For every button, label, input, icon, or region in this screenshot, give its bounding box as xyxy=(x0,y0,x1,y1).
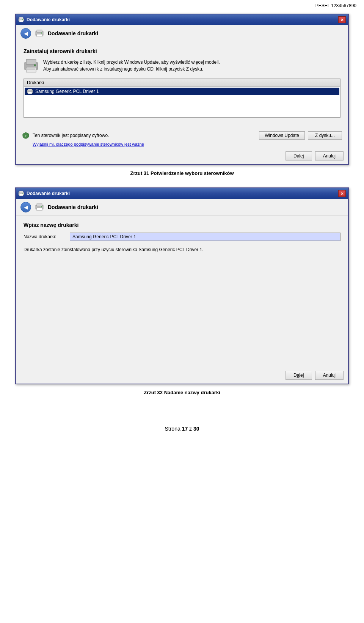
svg-rect-19 xyxy=(19,191,23,193)
shield-icon: ✓ xyxy=(22,132,30,139)
svg-text:✓: ✓ xyxy=(24,134,27,138)
dialog2-anuluj-button[interactable]: Anuluj xyxy=(315,371,344,380)
dialog2-titlebar-left: Dodawanie drukarki xyxy=(18,190,70,197)
dialog2-close-button[interactable]: ✕ xyxy=(338,190,346,197)
driver-link-text[interactable]: Wyjaśnij mi, dlaczego podpisywanie stero… xyxy=(33,142,144,146)
dialog2-footer: Dalej Anuluj xyxy=(16,368,348,384)
dialog1-description-text: Wybierz drukarkę z listy. Kliknij przyci… xyxy=(43,59,220,72)
signed-row: ✓ Ten sterownik jest podpisany cyfrowo. … xyxy=(22,131,342,140)
driver-item-icon xyxy=(27,89,33,94)
dialog2-info-text: Drukarka zostanie zainstalowana przy uży… xyxy=(24,246,340,253)
printer-icon-large xyxy=(24,59,39,72)
footer-separator: z xyxy=(188,426,193,432)
driver-list-header: Drukarki xyxy=(24,79,340,87)
page-footer: Strona 17 z 30 xyxy=(0,414,364,439)
dialog1-footer: Dalej Anuluj xyxy=(16,148,348,164)
dialog2-title-icon xyxy=(18,190,24,197)
dialog1-description-area: Wybierz drukarkę z listy. Kliknij przyci… xyxy=(24,59,340,72)
dialog1-anuluj-button[interactable]: Anuluj xyxy=(315,151,344,160)
printer-title-icon2 xyxy=(18,191,24,196)
svg-rect-16 xyxy=(28,92,32,94)
dialog2-window: Dodawanie drukarki ✕ ◀ Dodawanie drukark… xyxy=(15,187,349,384)
dialog1-section-title: Zainstaluj sterownik drukarki xyxy=(24,48,340,54)
dialog2-dalej-button[interactable]: Dalej xyxy=(286,371,312,380)
dialog1-subheader: ◀ Dodawanie drukarki xyxy=(16,25,348,42)
printer-name-row: Nazwa drukarki: xyxy=(24,233,340,241)
footer-current-page: 17 xyxy=(182,426,188,432)
dialog1-back-button[interactable]: ◀ xyxy=(20,28,31,39)
dialog1-dalej-label: Dalej xyxy=(293,153,304,159)
driver-list-body: Samsung Generic PCL Driver 1 xyxy=(24,87,340,117)
footer-total-pages: 30 xyxy=(193,426,199,432)
svg-point-25 xyxy=(41,206,42,208)
dialog2-title-text: Dodawanie drukarki xyxy=(27,191,70,196)
dialog1-subheader-icon xyxy=(35,30,44,37)
svg-rect-15 xyxy=(28,89,32,91)
dialog1-titlebar-left: Dodawanie drukarki xyxy=(18,17,70,23)
driver-list-item[interactable]: Samsung Generic PCL Driver 1 xyxy=(25,88,339,95)
svg-rect-6 xyxy=(37,34,42,37)
windows-update-button[interactable]: Windows Update xyxy=(259,131,305,140)
printer-title-icon xyxy=(18,17,24,22)
printer-name-label: Nazwa drukarki: xyxy=(24,234,65,239)
dialog1-titlebar: Dodawanie drukarki ✕ xyxy=(16,14,348,25)
dialog2-titlebar: Dodawanie drukarki ✕ xyxy=(16,188,348,199)
signed-text: Ten sterownik jest podpisany cyfrowo. xyxy=(33,133,109,138)
windows-update-label: Windows Update xyxy=(265,133,299,138)
signed-buttons: Windows Update Z dysku... xyxy=(259,131,342,140)
dialog1-title-text: Dodawanie drukarki xyxy=(27,17,70,22)
dialog1-subheader-title: Dodawanie drukarki xyxy=(48,30,98,36)
dialog1-window: Dodawanie drukarki ✕ ◀ Dodawanie drukark… xyxy=(15,14,349,165)
dialog2-back-button[interactable]: ◀ xyxy=(20,202,31,212)
svg-rect-3 xyxy=(22,19,23,20)
svg-rect-1 xyxy=(19,17,23,19)
z-dysku-label: Z dysku... xyxy=(315,133,335,138)
dialog1-desc-line1: Wybierz drukarkę z listy. Kliknij przyci… xyxy=(43,59,220,66)
svg-rect-11 xyxy=(27,68,35,69)
svg-rect-9 xyxy=(26,60,36,64)
signed-left: ✓ Ten sterownik jest podpisany cyfrowo. xyxy=(22,132,109,139)
driver-list-container: Drukarki Samsung Generic PCL Driver 1 xyxy=(24,79,340,118)
dialog1-content: Zainstaluj sterownik drukarki Wybierz dr… xyxy=(16,42,348,128)
footer-prefix: Strona xyxy=(165,426,182,432)
svg-rect-24 xyxy=(37,208,42,211)
dialog1-bottom: ✓ Ten sterownik jest podpisany cyfrowo. … xyxy=(16,128,348,148)
svg-point-13 xyxy=(34,65,36,66)
dialog2-content: Wpisz nazwę drukarki Nazwa drukarki: Dru… xyxy=(16,216,348,368)
dialog2-subheader: ◀ Dodawanie drukarki xyxy=(16,199,348,216)
svg-rect-2 xyxy=(19,20,23,22)
dialog2-caption: Zrzut 32 Nadanie nazwy drukarki xyxy=(15,390,349,395)
svg-rect-20 xyxy=(19,194,23,196)
svg-rect-5 xyxy=(37,30,42,32)
dialog2-subheader-icon xyxy=(35,203,44,211)
svg-rect-12 xyxy=(27,69,35,70)
dialog1-caption: Zrzut 31 Potwierdzenie wyboru sterownikó… xyxy=(15,170,349,176)
pesel-label: PESEL 1234567890 xyxy=(315,3,356,8)
svg-point-7 xyxy=(41,33,42,34)
dialog1-title-icon xyxy=(18,17,24,23)
dialog2-section-title: Wpisz nazwę drukarki xyxy=(24,222,340,228)
svg-rect-23 xyxy=(37,204,42,206)
dialog1-desc-line2: Aby zainstalować sterownik z instalacyjn… xyxy=(43,66,220,72)
svg-rect-21 xyxy=(22,193,23,194)
z-dysku-button[interactable]: Z dysku... xyxy=(308,131,342,140)
driver-item-text: Samsung Generic PCL Driver 1 xyxy=(35,89,99,94)
dialog1-dalej-button[interactable]: Dalej xyxy=(286,151,312,160)
printer-name-input[interactable] xyxy=(70,233,340,241)
dialog2-subheader-title: Dodawanie drukarki xyxy=(48,204,98,210)
dialog1-close-button[interactable]: ✕ xyxy=(338,16,346,23)
dialog2-dalej-label: Dalej xyxy=(293,373,304,378)
